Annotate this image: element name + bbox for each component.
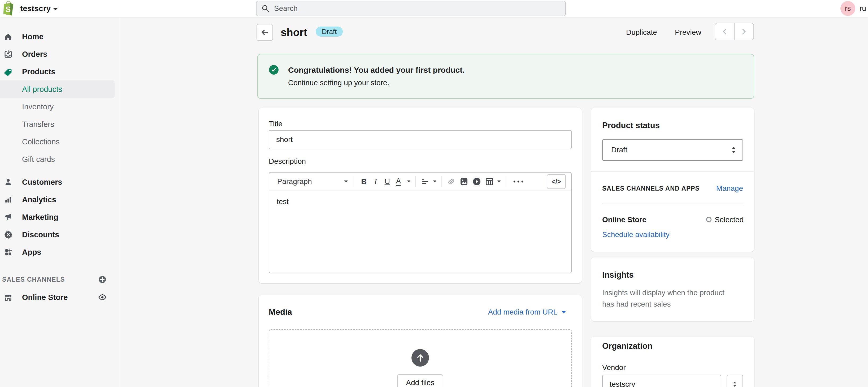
search-icon: [261, 4, 270, 13]
storefront-icon: [4, 293, 12, 301]
more-options-icon[interactable]: [511, 175, 526, 188]
text-color-button[interactable]: A: [393, 175, 404, 188]
caret-down-icon: [561, 310, 566, 314]
product-pagination: [715, 23, 754, 40]
apps-icon: [4, 248, 12, 257]
description-editor: Paragraph B I U A: [269, 172, 572, 273]
schedule-availability-link[interactable]: Schedule availability: [602, 230, 670, 239]
selected-label: Selected: [715, 215, 744, 224]
sidebar: Home Orders Products All products Invent…: [0, 17, 119, 387]
next-product-button[interactable]: [735, 23, 753, 40]
store-switcher[interactable]: testscry: [20, 0, 51, 17]
home-icon: [4, 32, 12, 41]
underline-button[interactable]: U: [381, 175, 393, 188]
banner-link[interactable]: Continue setting up your store.: [288, 79, 389, 87]
updown-arrows-icon: [731, 146, 737, 154]
sidebar-item-marketing[interactable]: Marketing: [0, 208, 119, 226]
online-store-label: Online Store: [602, 215, 646, 224]
show-html-button[interactable]: </>: [547, 174, 566, 189]
editor-toolbar: Paragraph B I U A: [269, 173, 571, 191]
sidebar-item-collections[interactable]: Collections: [0, 133, 119, 150]
username-label[interactable]: ru: [860, 0, 866, 17]
vendor-input[interactable]: [602, 375, 721, 387]
check-circle-icon: [269, 65, 279, 75]
divider: [415, 176, 416, 187]
title-label: Title: [269, 120, 282, 128]
vendor-select-stepper[interactable]: [726, 375, 743, 387]
divider: [506, 176, 506, 187]
search-bar[interactable]: [256, 1, 566, 16]
alignment-button[interactable]: [421, 175, 430, 188]
product-status-card: Product status Draft SALES CHANNELS AND …: [591, 108, 754, 251]
discounts-icon: [4, 230, 12, 239]
top-bar: S testscry rs ru: [0, 0, 868, 17]
description-content[interactable]: test: [269, 191, 571, 273]
back-button[interactable]: [256, 24, 273, 41]
italic-button[interactable]: I: [370, 175, 381, 188]
orders-icon: [4, 50, 12, 58]
insights-body-line1: Insights will display when the product: [602, 289, 724, 297]
manage-link[interactable]: Manage: [716, 184, 743, 193]
title-input[interactable]: [269, 130, 572, 149]
view-online-store-eye-icon[interactable]: [98, 293, 106, 301]
shopify-logo-icon[interactable]: S: [2, 1, 15, 16]
sidebar-item-all-products[interactable]: All products: [0, 81, 119, 98]
sidebar-item-customers[interactable]: Customers: [0, 173, 119, 191]
insights-title: Insights: [602, 270, 634, 280]
svg-text:S: S: [5, 5, 11, 13]
sidebar-item-transfers[interactable]: Transfers: [0, 116, 119, 133]
product-status-title: Product status: [602, 121, 660, 130]
insert-video-button[interactable]: [472, 175, 481, 188]
sidebar-item-products[interactable]: Products: [0, 63, 119, 81]
avatar[interactable]: rs: [840, 1, 855, 16]
chevron-down-icon: [433, 180, 437, 183]
duplicate-button[interactable]: Duplicate: [626, 24, 657, 41]
insights-card: Insights Insights will display when the …: [591, 258, 754, 321]
search-input[interactable]: [274, 4, 561, 13]
sidebar-item-home[interactable]: Home: [0, 28, 119, 46]
status-select[interactable]: Draft: [602, 139, 743, 161]
vendor-label: Vendor: [602, 363, 626, 372]
add-sales-channel-button[interactable]: [98, 275, 106, 284]
customers-icon: [4, 178, 12, 186]
sales-channels-apps-label: SALES CHANNELS AND APPS: [602, 185, 700, 192]
marketing-megaphone-icon: [4, 213, 12, 221]
previous-product-button[interactable]: [715, 23, 734, 40]
insert-image-button[interactable]: [460, 175, 468, 188]
paragraph-style-dropdown[interactable]: Paragraph: [277, 175, 348, 188]
insights-body-line2: has had recent sales: [602, 300, 671, 308]
bold-button[interactable]: B: [358, 175, 370, 188]
divider: [441, 176, 442, 187]
organization-title: Organization: [602, 341, 652, 351]
insert-table-button[interactable]: [485, 175, 494, 188]
add-media-from-url-button[interactable]: Add media from URL: [488, 308, 566, 317]
sidebar-item-apps[interactable]: Apps: [0, 243, 119, 261]
divider: [353, 176, 353, 187]
upload-arrow-icon: [411, 349, 429, 366]
radio-ring-icon: [706, 216, 712, 223]
sidebar-item-inventory[interactable]: Inventory: [0, 98, 119, 116]
description-label: Description: [269, 157, 306, 166]
title-card: Title Description Paragraph B I U A: [259, 108, 582, 283]
success-banner: [257, 54, 754, 99]
media-card: Media Add media from URL Add files: [259, 295, 582, 387]
updown-arrows-icon: [733, 381, 737, 387]
organization-card: Organization Vendor: [591, 336, 754, 387]
status-badge: Draft: [316, 27, 343, 37]
chevron-down-icon: [53, 7, 58, 11]
sidebar-item-analytics[interactable]: Analytics: [0, 191, 119, 208]
add-files-button[interactable]: Add files: [397, 374, 443, 387]
sidebar-item-discounts[interactable]: Discounts: [0, 226, 119, 243]
media-card-title: Media: [269, 307, 292, 317]
analytics-icon: [4, 196, 12, 204]
chevron-down-icon: [344, 180, 348, 183]
sidebar-item-gift-cards[interactable]: Gift cards: [0, 150, 119, 168]
media-dropzone[interactable]: Add files: [269, 329, 572, 387]
page-title: short: [281, 25, 307, 39]
sidebar-item-orders[interactable]: Orders: [0, 46, 119, 63]
products-tag-icon: [4, 67, 12, 76]
preview-button[interactable]: Preview: [675, 24, 702, 41]
sidebar-item-online-store[interactable]: Online Store: [0, 289, 119, 306]
insert-link-button[interactable]: [447, 175, 456, 188]
divider: [602, 204, 743, 204]
